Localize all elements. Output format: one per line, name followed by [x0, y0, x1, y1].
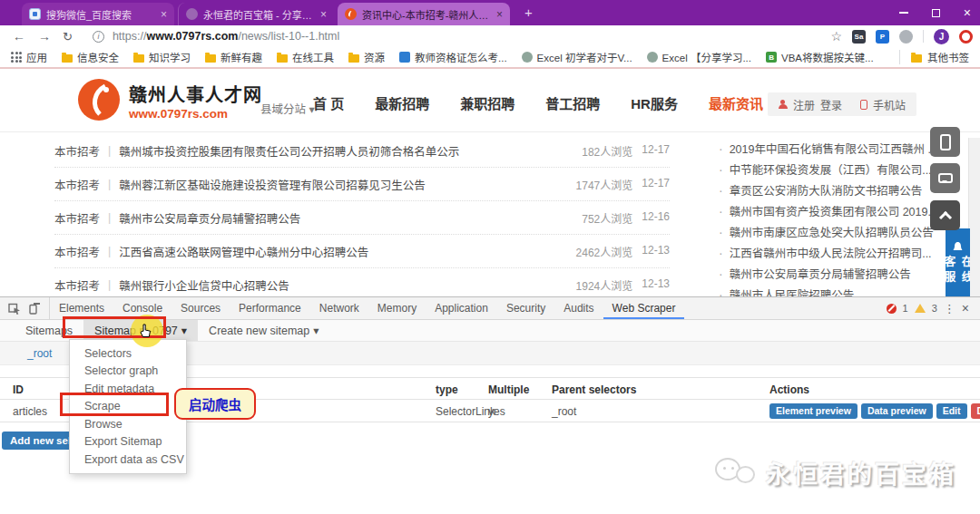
extension-icon-sa[interactable]: Sa — [852, 30, 866, 44]
news-row[interactable]: 本市招考| 赣州蓉江新区基础设施建设投资管理有限公司招募见习生公告 1747人浏… — [54, 168, 670, 201]
bookmark-star-icon[interactable]: ☆ — [830, 29, 842, 44]
minimize-icon[interactable] — [899, 12, 908, 14]
nav-parttime-jobs[interactable]: 兼职招聘 — [460, 93, 514, 112]
bookmark-link[interactable]: BVBA将数据按关键... — [766, 50, 874, 64]
element-preview-button[interactable]: Element preview — [769, 403, 858, 419]
devtools-tab-sources[interactable]: Sources — [172, 297, 230, 319]
bookmark-apps[interactable]: 应用 — [11, 50, 47, 64]
sidebar-news-item[interactable]: ·中节能环保投资发展（江西）有限公司... — [719, 159, 938, 179]
qq-icon — [951, 241, 965, 250]
extension-icon-gray[interactable] — [899, 30, 913, 44]
menu-item-export-sitemap[interactable]: Export Sitemap — [70, 433, 186, 451]
float-feedback-button[interactable] — [930, 163, 960, 193]
online-service-bar[interactable]: 在线客服 — [946, 228, 970, 296]
bookmark-folder[interactable]: 在线工具 — [277, 50, 334, 64]
news-date: 12-13 — [642, 244, 670, 259]
mobile-site-link[interactable]: 手机站 — [873, 97, 906, 112]
row-actions: Element preview Data preview Edit Delete — [769, 400, 980, 422]
devtools-tab-network[interactable]: Network — [310, 297, 368, 319]
sidebar-news-item[interactable]: ·赣州市公安局章贡分局辅警招聘公告 — [719, 263, 938, 284]
profile-avatar[interactable]: J — [934, 29, 949, 44]
nav-hr-service[interactable]: HR服务 — [631, 93, 678, 112]
extension-icon-p[interactable]: P — [876, 30, 889, 44]
sidebar-news-item[interactable]: ·章贡区公安消防大队消防文书招聘公告 — [719, 179, 938, 200]
browser-tab-2[interactable]: 永恒君的百宝箱 - 分享互联网... × — [178, 3, 334, 25]
site-logo-text[interactable]: 赣州人事人才网 www.0797rs.com — [129, 81, 262, 121]
devtools-tab-application[interactable]: Application — [426, 297, 497, 319]
url-field[interactable]: https://www.0797rs.com/news/list-10--1.h… — [113, 30, 339, 43]
site-logo[interactable] — [78, 79, 120, 121]
bookmark-folder[interactable]: 知识学习 — [133, 50, 191, 64]
error-icon[interactable] — [887, 304, 897, 314]
create-sitemap-dropdown[interactable]: Create new sitemap ▾ — [198, 320, 329, 341]
devtools-close-icon[interactable]: × — [962, 301, 969, 315]
sidebar-news-item[interactable]: ·赣州市国有资产投资集团有限公司 2019... — [719, 200, 938, 221]
news-row[interactable]: 本市招考| 赣州市公安局章贡分局辅警招聘公告 752人浏览12-16 — [54, 201, 670, 235]
extension-icon-red[interactable] — [959, 30, 973, 44]
delete-button[interactable]: Delete — [971, 403, 980, 419]
tab-close-icon[interactable]: × — [320, 8, 327, 21]
news-title[interactable]: 赣州城市投资控股集团有限责任公司公开招聘人员初筛合格名单公示 — [119, 142, 582, 160]
data-preview-button[interactable]: Data preview — [861, 403, 933, 419]
news-row[interactable]: 本市招考| 赣州城市投资控股集团有限责任公司公开招聘人员初筛合格名单公示 182… — [54, 134, 670, 168]
devtools-tab-audits[interactable]: Audits — [554, 297, 603, 319]
reload-icon[interactable]: ↻ — [63, 30, 73, 44]
bookmark-link[interactable]: Excel 初学者对于V... — [522, 50, 632, 64]
news-views: 1924人浏览 — [576, 277, 633, 293]
breadcrumb-root[interactable]: _root — [27, 347, 52, 360]
devtools-tab-memory[interactable]: Memory — [368, 297, 426, 319]
devtools-menu-icon[interactable]: ⋮ — [944, 302, 956, 315]
device-toolbar-icon[interactable] — [29, 302, 41, 315]
edit-button[interactable]: Edit — [936, 403, 967, 419]
other-bookmarks[interactable]: 其他书签 — [899, 50, 969, 64]
branch-dropdown[interactable]: 县域分站 ▾ — [260, 100, 315, 117]
bookmark-link[interactable]: Excel 【分享学习... — [647, 50, 751, 64]
nav-worker-jobs[interactable]: 普工招聘 — [545, 93, 600, 112]
news-title[interactable]: 赣州蓉江新区基础设施建设投资管理有限公司招募见习生公告 — [119, 176, 575, 193]
menu-item-selector-graph[interactable]: Selector graph — [70, 363, 186, 381]
news-row[interactable]: 本市招考| 江西省高速公路联网管理中心赣州分中心招聘公告 2462人浏览12-1… — [54, 235, 670, 268]
news-row[interactable]: 本市招考| 赣州银行小企业信贷中心招聘公告 1924人浏览12-13 — [54, 268, 670, 296]
nav-home[interactable]: 首 页 — [313, 93, 344, 112]
bookmark-folder[interactable]: 资源 — [348, 50, 385, 64]
sidebar-news-item[interactable]: ·江西省赣州市中级人民法院公开招聘司... — [719, 242, 938, 263]
divider — [923, 30, 924, 43]
news-title[interactable]: 江西省高速公路联网管理中心赣州分中心招聘公告 — [119, 243, 575, 260]
sidebar-news-item[interactable]: ·赣州市人民医院招聘公告 — [719, 284, 938, 296]
maximize-icon[interactable] — [932, 9, 940, 17]
devtools-tab-performance[interactable]: Performance — [230, 297, 310, 319]
bookmark-folder[interactable]: 信息安全 — [62, 50, 119, 64]
hand-cursor-icon — [139, 324, 152, 343]
nav-latest-jobs[interactable]: 最新招聘 — [375, 93, 429, 112]
sidebar-news-item[interactable]: ·2019年中国石化销售有限公司江西赣州 ... — [719, 138, 938, 159]
bookmark-favicon — [647, 52, 658, 63]
new-tab-button[interactable]: + — [524, 5, 533, 21]
devtools-tab-web-scraper-active[interactable]: Web Scraper — [603, 297, 685, 319]
browser-tab-1[interactable]: 搜狗微信_百度搜索 × — [22, 3, 174, 25]
news-title[interactable]: 赣州市公安局章贡分局辅警招聘公告 — [119, 209, 582, 227]
news-views: 752人浏览 — [582, 210, 632, 226]
warning-icon[interactable] — [915, 304, 926, 313]
news-title[interactable]: 赣州银行小企业信贷中心招聘公告 — [119, 276, 575, 294]
page-info-icon[interactable]: i — [93, 31, 104, 43]
menu-item-export-csv[interactable]: Export data as CSV — [70, 451, 186, 469]
menu-item-browse[interactable]: Browse — [70, 415, 186, 433]
menu-item-selectors[interactable]: Selectors — [70, 344, 186, 363]
user-box: 注册 登录 手机站 — [768, 92, 916, 116]
forward-icon[interactable]: → — [38, 29, 51, 44]
window-close-icon[interactable]: × — [964, 8, 971, 17]
sidebar-news-item[interactable]: ·赣州市南康区应急处突大队招聘队员公告 — [719, 221, 938, 242]
tab-close-icon[interactable]: × — [161, 8, 167, 21]
browser-tab-3-active[interactable]: 资讯中心-本市招考-赣州人事人... × — [338, 3, 510, 25]
nav-latest-news-active[interactable]: 最新资讯 — [709, 93, 763, 112]
back-icon[interactable]: ← — [13, 29, 25, 44]
bookmark-folder[interactable]: 新鲜有趣 — [205, 50, 262, 64]
register-link[interactable]: 注册 — [793, 97, 815, 112]
inspect-element-icon[interactable] — [8, 303, 21, 315]
tab-close-icon[interactable]: × — [496, 8, 503, 21]
login-link[interactable]: 登录 — [820, 97, 842, 112]
bookmark-link[interactable]: 教师资格证怎么考... — [399, 50, 507, 64]
devtools-tab-security[interactable]: Security — [497, 297, 554, 319]
float-mobile-button[interactable] — [930, 127, 960, 157]
back-to-top-button[interactable] — [930, 200, 960, 230]
